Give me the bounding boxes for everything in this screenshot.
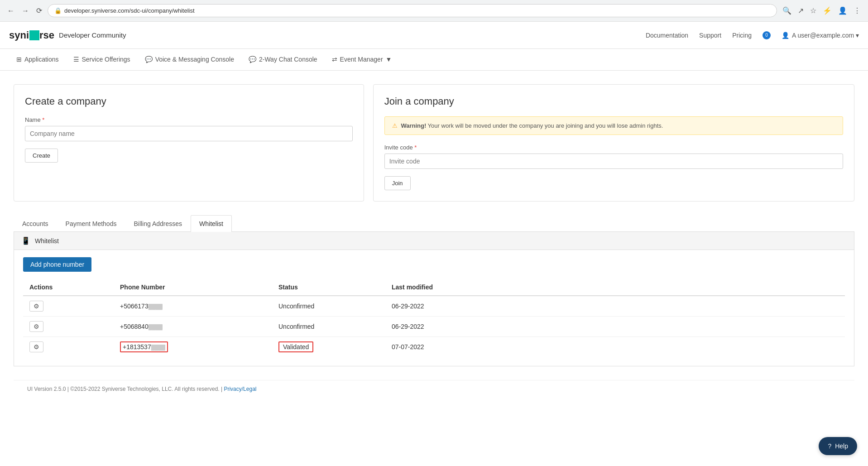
row1-phone: +5066173████ (114, 296, 272, 317)
browser-chrome: ← → ⟳ 🔒 developer.syniverse.com/sdc-ui/c… (0, 0, 868, 22)
voice-messaging-label: Voice & Messaging Console (155, 56, 234, 63)
tab-accounts[interactable]: Accounts (14, 215, 57, 232)
col-header-actions: Actions (23, 279, 114, 296)
row2-status-text: Unconfirmed (278, 323, 314, 330)
company-name-input[interactable] (25, 126, 353, 141)
user-icon: 👤 (782, 32, 789, 39)
navbar-links: Documentation Support Pricing 0 👤 A user… (646, 31, 859, 39)
table-header-row: Actions Phone Number Status Last modifie… (23, 279, 845, 296)
row3-gear-button[interactable]: ⚙ (29, 341, 43, 352)
required-indicator: * (42, 116, 44, 123)
event-manager-chevron: ▼ (386, 56, 392, 63)
secondary-nav: ⊞ Applications ☰ Service Offerings 💬 Voi… (0, 49, 868, 71)
tab-payment-methods[interactable]: Payment Methods (57, 215, 125, 232)
brand-name: Developer Community (59, 31, 126, 39)
reload-button[interactable]: ⟳ (34, 5, 44, 17)
name-label: Name * (25, 116, 353, 123)
row2-date: 06-29-2022 (385, 317, 845, 337)
row3-phone: +1813537████ (114, 337, 272, 357)
profile-icon[interactable]: 👤 (836, 5, 849, 17)
create-button[interactable]: Create (25, 149, 58, 163)
user-menu[interactable]: 👤 A user@example.com ▾ (782, 32, 859, 39)
url-text: developer.syniverse.com/sdc-ui/company/w… (64, 7, 195, 14)
row3-date-text: 07-07-2022 (392, 343, 424, 351)
add-phone-button[interactable]: Add phone number (23, 257, 91, 272)
extensions-icon[interactable]: ⚡ (821, 5, 834, 17)
pricing-link[interactable]: Pricing (732, 32, 752, 39)
row1-date-text: 06-29-2022 (392, 303, 424, 310)
whitelist-table: Actions Phone Number Status Last modifie… (23, 279, 845, 357)
support-link[interactable]: Support (699, 32, 721, 39)
applications-label: Applications (24, 56, 59, 63)
lock-icon: 🔒 (54, 7, 62, 14)
row2-actions: ⚙ (23, 317, 114, 337)
invite-label: Invite code * (384, 144, 843, 151)
nav-service-offerings[interactable]: ☰ Service Offerings (66, 49, 138, 70)
invite-code-input[interactable] (384, 154, 843, 169)
table-row: ⚙ +5068840████ Unconfirmed 06-29-2022 (23, 317, 845, 337)
voice-messaging-icon: 💬 (145, 56, 153, 63)
warning-box: ⚠ Warning! Your work will be moved under… (384, 116, 843, 135)
tabs: Accounts Payment Methods Billing Address… (14, 215, 854, 232)
footer-text: UI Version 2.5.0 | ©2015-2022 Syniverse … (27, 386, 220, 392)
whitelist-title: Whitelist (35, 237, 59, 245)
row1-actions: ⚙ (23, 296, 114, 317)
service-offerings-label: Service Offerings (82, 56, 130, 63)
nav-voice-messaging[interactable]: 💬 Voice & Messaging Console (138, 49, 241, 70)
brand: synirse Developer Community (9, 29, 126, 41)
table-row: ⚙ +1813537████ Validated 07-07-2022 (23, 337, 845, 357)
row2-phone: +5068840████ (114, 317, 272, 337)
privacy-link[interactable]: Privacy/Legal (224, 386, 256, 392)
menu-icon[interactable]: ⋮ (852, 5, 863, 17)
col-header-modified: Last modified (385, 279, 845, 296)
main-content: Create a company Name * Create Join a co… (0, 71, 868, 407)
invite-label-text: Invite code (384, 144, 413, 151)
create-company-card: Create a company Name * Create (14, 84, 364, 202)
row1-date: 06-29-2022 (385, 296, 845, 317)
nav-event-manager[interactable]: ⇄ Event Manager ▼ (325, 49, 399, 70)
warning-text: Your work will be moved under the compan… (428, 122, 663, 129)
forward-button[interactable]: → (20, 5, 31, 17)
row2-status: Unconfirmed (272, 317, 385, 337)
whitelist-phone-icon: 📱 (21, 236, 30, 245)
applications-icon: ⊞ (16, 56, 22, 63)
tab-billing-addresses[interactable]: Billing Addresses (125, 215, 191, 232)
chat-icon: 💬 (249, 56, 256, 63)
footer: UI Version 2.5.0 | ©2015-2022 Syniverse … (14, 380, 854, 398)
bookmark-icon[interactable]: ☆ (808, 5, 818, 17)
search-icon[interactable]: 🔍 (781, 5, 793, 17)
row2-phone-number: +5068840████ (120, 323, 163, 330)
row3-status-text: Validated (278, 341, 313, 352)
invite-required: * (414, 144, 417, 151)
warning-icon: ⚠ (392, 122, 398, 129)
notification-badge[interactable]: 0 (762, 31, 771, 39)
join-button[interactable]: Join (384, 176, 411, 190)
row2-gear-button[interactable]: ⚙ (29, 321, 43, 332)
whitelist-section: 📱 Whitelist Add phone number Actions Pho… (14, 232, 854, 366)
warning-label: Warning! (401, 122, 426, 129)
logo: synirse (9, 29, 54, 41)
event-manager-label: Event Manager (340, 56, 383, 63)
logo-text2: rse (39, 29, 54, 41)
row3-actions: ⚙ (23, 337, 114, 357)
col-header-phone: Phone Number (114, 279, 272, 296)
company-layout: Create a company Name * Create Join a co… (14, 84, 854, 202)
row2-date-text: 06-29-2022 (392, 323, 424, 330)
share-icon[interactable]: ↗ (796, 5, 806, 17)
event-manager-icon: ⇄ (332, 56, 337, 63)
join-company-title: Join a company (384, 96, 843, 107)
back-button[interactable]: ← (5, 5, 16, 17)
nav-two-way-chat[interactable]: 💬 2-Way Chat Console (241, 49, 325, 70)
tab-whitelist[interactable]: Whitelist (191, 215, 232, 232)
browser-toolbar: 🔍 ↗ ☆ ⚡ 👤 ⋮ (781, 5, 863, 17)
row1-status: Unconfirmed (272, 296, 385, 317)
row1-gear-button[interactable]: ⚙ (29, 301, 43, 312)
logo-box (29, 30, 39, 40)
documentation-link[interactable]: Documentation (646, 32, 688, 39)
nav-applications[interactable]: ⊞ Applications (9, 49, 66, 70)
address-bar[interactable]: 🔒 developer.syniverse.com/sdc-ui/company… (48, 4, 777, 17)
service-offerings-icon: ☰ (73, 56, 79, 63)
create-company-title: Create a company (25, 96, 353, 107)
whitelist-header: 📱 Whitelist (14, 232, 854, 250)
row3-phone-number: +1813537████ (120, 341, 168, 352)
